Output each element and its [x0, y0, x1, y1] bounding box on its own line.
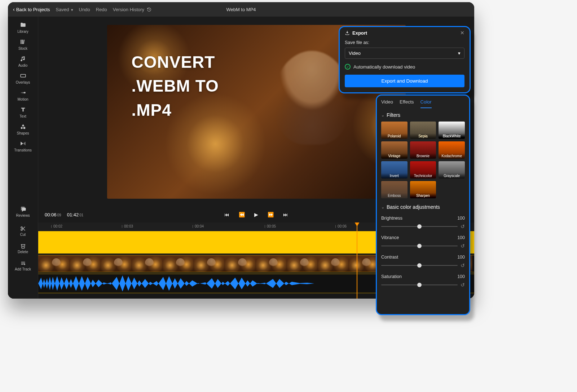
svg-point-12 — [21, 227, 22, 228]
books-icon — [19, 39, 27, 45]
current-time: 00:0609 — [45, 212, 61, 217]
ruler-tick: 00:03 — [122, 224, 133, 228]
brightness-slider[interactable] — [381, 226, 458, 227]
svg-point-4 — [21, 92, 22, 93]
svg-point-13 — [21, 229, 22, 230]
text-icon — [19, 106, 27, 113]
sidebar-item-motion[interactable]: Motion — [8, 87, 38, 104]
undo-button[interactable]: Undo — [79, 7, 90, 12]
back-to-projects-button[interactable]: ‹ Back to Projects — [13, 6, 50, 12]
play-button[interactable]: ▶ — [254, 212, 258, 217]
adjust-vibrance: Vibrance100 ↺ — [381, 235, 465, 249]
chevron-down-icon: ▾ — [458, 50, 461, 56]
scissors-icon — [20, 226, 26, 232]
export-title: Export — [352, 30, 367, 36]
export-download-button[interactable]: Export and Download — [345, 75, 464, 87]
saved-status[interactable]: Saved ▾ — [56, 7, 73, 12]
filter-vintage[interactable]: Vintage — [381, 141, 408, 159]
sidebar-item-overlays[interactable]: Overlays — [8, 70, 38, 87]
filter-blackwhite[interactable]: BlackWhite — [439, 122, 465, 139]
add-track-icon — [20, 260, 26, 266]
filter-polaroid[interactable]: Polaroid — [381, 122, 408, 139]
svg-point-8 — [21, 127, 22, 129]
sidebar-item-audio[interactable]: Audio — [8, 53, 38, 70]
filters-heading[interactable]: ⌄Filters — [381, 112, 465, 118]
filter-sharpen[interactable]: Sharpen — [410, 181, 436, 198]
playhead[interactable] — [357, 223, 357, 299]
ruler-tick: 00:04 — [193, 224, 204, 228]
rewind-button[interactable]: ⏪ — [239, 212, 245, 217]
filter-kodachrome[interactable]: Kodachrome — [439, 141, 465, 159]
folder-icon — [19, 22, 27, 28]
ruler-tick: 00:05 — [265, 224, 276, 228]
close-button[interactable]: ✕ — [460, 30, 464, 36]
trash-icon — [20, 243, 26, 249]
reset-contrast-button[interactable]: ↺ — [461, 263, 465, 268]
ruler-tick: 00:06 — [335, 224, 347, 228]
sidebar-item-stock[interactable]: Stock — [8, 36, 38, 53]
top-bar: ‹ Back to Projects Saved ▾ Undo Redo Ver… — [8, 2, 474, 17]
adjust-brightness: Brightness100 ↺ — [381, 216, 465, 229]
svg-marker-11 — [23, 142, 26, 146]
version-history-button[interactable]: Version History — [113, 7, 151, 12]
svg-rect-0 — [21, 40, 21, 44]
adjustments-heading[interactable]: ⌄Basic color adjustments — [381, 204, 465, 210]
chevron-down-icon: ⌄ — [381, 205, 384, 210]
reset-brightness-button[interactable]: ↺ — [461, 224, 465, 229]
format-select[interactable]: Video ▾ — [345, 48, 464, 59]
panel-tabs: Video Effects Color — [377, 96, 469, 109]
filter-grayscale[interactable]: Grayscale — [439, 161, 465, 179]
filter-invert[interactable]: Invert — [381, 161, 408, 179]
svg-point-5 — [22, 92, 24, 93]
ruler-tick: 00:02 — [51, 224, 62, 228]
back-label: Back to Projects — [16, 7, 50, 12]
filter-brownie[interactable]: Brownie — [410, 141, 436, 159]
vibrance-slider[interactable] — [381, 246, 458, 246]
skip-end-button[interactable]: ⏭ — [283, 212, 288, 217]
filter-sepia[interactable]: Sepia — [410, 122, 436, 139]
auto-download-checkbox[interactable]: ✓ Automatically download video — [345, 64, 464, 70]
svg-marker-7 — [22, 124, 25, 126]
save-as-label: Save file as: — [345, 40, 464, 45]
svg-point-6 — [24, 92, 26, 94]
tab-color[interactable]: Color — [420, 99, 432, 108]
saturation-slider[interactable] — [381, 285, 458, 285]
chevron-left-icon: ‹ — [13, 6, 15, 12]
chat-icon — [19, 206, 27, 212]
adjust-saturation: Saturation100 ↺ — [381, 274, 465, 288]
filter-technicolor[interactable]: Technicolor — [410, 161, 436, 179]
skip-start-button[interactable]: ⏮ — [224, 212, 229, 217]
chevron-down-icon: ▾ — [70, 8, 73, 12]
chevron-down-icon: ⌄ — [381, 113, 384, 118]
svg-rect-9 — [23, 127, 25, 129]
delete-button[interactable]: Delete — [8, 240, 38, 257]
add-track-button[interactable]: Add Track — [8, 257, 38, 274]
filter-emboss[interactable]: Emboss — [381, 181, 408, 198]
tab-effects[interactable]: Effects — [400, 99, 414, 108]
adjust-contrast: Contrast100 ↺ — [381, 255, 465, 268]
sidebar-item-library[interactable]: Library — [8, 19, 38, 36]
tab-video[interactable]: Video — [381, 99, 393, 108]
redo-button[interactable]: Redo — [96, 7, 107, 12]
cut-button[interactable]: Cut — [8, 223, 38, 240]
total-time: 01:4201 — [67, 212, 84, 217]
sidebar-item-reviews[interactable]: Reviews — [8, 203, 38, 220]
sidebar-item-text[interactable]: Text — [8, 104, 38, 121]
svg-rect-3 — [21, 74, 26, 77]
contrast-slider[interactable] — [381, 265, 458, 266]
sidebar-item-shapes[interactable]: Shapes — [8, 121, 38, 138]
check-icon: ✓ — [345, 64, 351, 70]
waveform-icon — [38, 274, 387, 293]
forward-button[interactable]: ⏩ — [268, 212, 274, 217]
reset-saturation-button[interactable]: ↺ — [461, 282, 465, 288]
left-sidebar: Library Stock Audio Overlays Motion Text — [8, 17, 38, 223]
overlay-icon — [19, 72, 27, 79]
reset-vibrance-button[interactable]: ↺ — [461, 243, 465, 249]
svg-marker-10 — [21, 142, 23, 146]
svg-rect-2 — [23, 40, 24, 44]
download-icon — [345, 30, 350, 35]
sidebar-item-transitions[interactable]: Transitions — [8, 138, 38, 155]
color-panel: Video Effects Color ⌄Filters Polaroid Se… — [376, 94, 470, 315]
svg-rect-1 — [22, 40, 23, 44]
music-icon — [19, 56, 27, 62]
